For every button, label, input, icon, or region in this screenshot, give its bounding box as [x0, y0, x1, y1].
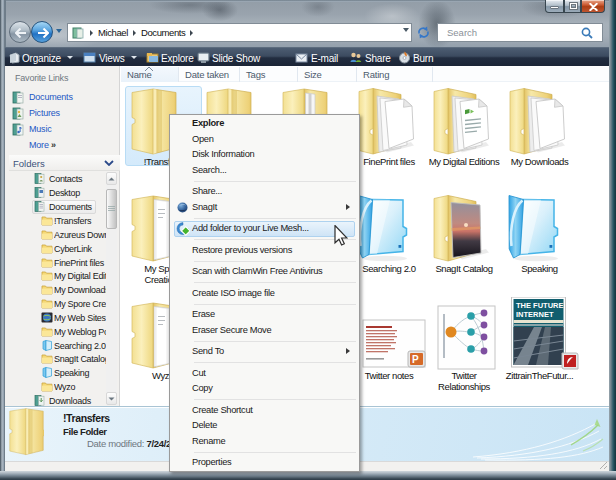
svg-text:P: P: [412, 354, 419, 365]
svg-text:THE FUTURE: THE FUTURE: [516, 301, 564, 310]
svg-text:INTERNET: INTERNET: [516, 310, 554, 319]
